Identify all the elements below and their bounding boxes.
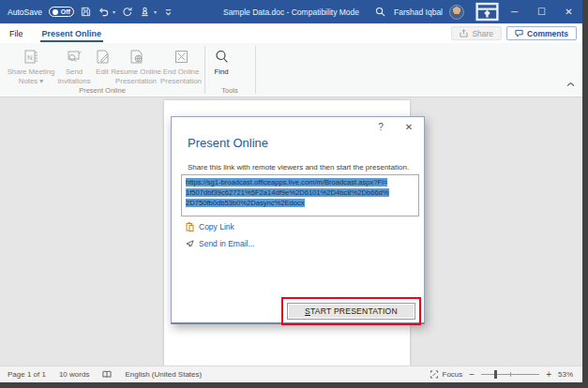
dialog-close-button[interactable]: ✕ — [401, 120, 416, 133]
resume-online-presentation-button[interactable]: Resume Online Presentation — [111, 46, 161, 86]
stamp-dropdown-caret[interactable]: ▾ — [154, 8, 157, 15]
minimize-button[interactable]: ─ — [501, 0, 528, 23]
ribbon-display-options-icon[interactable] — [474, 0, 501, 23]
focus-label: Focus — [443, 370, 463, 379]
copy-link-button[interactable]: Copy Link — [186, 222, 234, 231]
resume-presentation-icon — [128, 46, 144, 65]
present-online-dialog: ? ✕ Present Online Share this link with … — [171, 116, 425, 324]
clipboard-icon — [186, 222, 194, 231]
close-button[interactable]: ✕ — [555, 0, 582, 23]
send-in-email-button[interactable]: Send in Email... — [186, 239, 255, 248]
ribbon: N Share Meeting Notes ▾ Send Invitations… — [0, 43, 582, 97]
broadcast-link-textbox[interactable]: https://sg1-broadcast.officeapps.live.co… — [181, 174, 419, 216]
find-icon — [214, 46, 230, 65]
ribbon-tab-row: File Present Online Share Comments — [0, 23, 582, 43]
zoom-level[interactable]: 53% — [558, 370, 573, 379]
dialog-help-button[interactable]: ? — [373, 120, 388, 133]
dialog-title: Present Online — [188, 136, 268, 150]
title-bar: AutoSave Off ▾ ▾ Sample Data.doc - Compa… — [0, 0, 582, 23]
focus-mode-button[interactable]: Focus — [430, 370, 463, 379]
proofing-icon[interactable] — [102, 370, 112, 379]
autosave-state: Off — [61, 8, 70, 15]
send-email-label: Send in Email... — [199, 239, 255, 248]
edit-label: Edit — [96, 67, 108, 77]
language-indicator[interactable]: English (United States) — [125, 370, 202, 379]
comments-button[interactable]: Comments — [506, 26, 577, 40]
dialog-instruction: Share this link with remote viewers and … — [188, 163, 409, 172]
resume-presentation-label: Resume Online Presentation — [111, 67, 161, 86]
autosave-toggle[interactable]: Off — [49, 7, 74, 17]
qat-customize-icon[interactable] — [163, 7, 174, 18]
zoom-slider-thumb[interactable] — [494, 370, 497, 379]
svg-text:N: N — [27, 53, 33, 62]
tab-file[interactable]: File — [0, 23, 33, 43]
link-line-3: 2D750fb0db53b0%2Dasync%2Edocx — [186, 199, 305, 207]
document-area: ? ✕ Present Online Share this link with … — [0, 97, 582, 366]
user-avatar[interactable] — [449, 5, 464, 20]
send-invitations-icon — [67, 46, 83, 65]
group-label-tools: Tools — [204, 86, 255, 95]
autosave-label: AutoSave — [8, 7, 42, 17]
user-name[interactable]: Farshad Iqbal — [394, 7, 443, 17]
undo-icon[interactable] — [98, 7, 110, 18]
undo-dropdown-caret[interactable]: ▾ — [113, 8, 115, 15]
save-icon[interactable] — [81, 7, 92, 18]
share-button-label: Share — [472, 29, 493, 38]
search-icon[interactable] — [367, 0, 394, 23]
maximize-button[interactable]: ☐ — [528, 0, 555, 23]
end-presentation-icon — [173, 46, 189, 65]
group-label-present-online: Present Online — [0, 86, 204, 95]
onenote-icon: N — [23, 46, 39, 65]
link-line-2: 1f507dbf39c62721%5F2a14df9e%2D6101%2D4bc… — [186, 188, 389, 197]
dropdown-caret-icon: ▾ — [39, 77, 43, 85]
word-window: AutoSave Off ▾ ▾ Sample Data.doc - Compa… — [0, 0, 582, 382]
zoom-slider[interactable] — [481, 374, 539, 375]
share-meeting-notes-label: Share Meeting Notes — [8, 67, 55, 85]
find-label: Find — [214, 67, 228, 77]
group-separator — [255, 46, 256, 94]
quick-access-toolbar: AutoSave Off ▾ ▾ — [0, 7, 174, 18]
focus-icon — [430, 370, 439, 379]
start-presentation-button[interactable]: START PRESENTATION — [287, 303, 415, 320]
zoom-in-button[interactable]: + — [546, 369, 551, 380]
share-button[interactable]: Share — [451, 26, 502, 40]
comments-icon — [515, 29, 523, 37]
status-bar: Page 1 of 1 10 words English (United Sta… — [0, 366, 582, 382]
toggle-knob-icon — [53, 9, 58, 15]
word-count[interactable]: 10 words — [59, 370, 89, 379]
redo-icon[interactable] — [122, 7, 133, 18]
titlebar-right: Farshad Iqbal ─ ☐ ✕ — [367, 0, 582, 23]
collapse-ribbon-icon[interactable] — [566, 74, 575, 91]
send-email-icon — [186, 239, 194, 248]
copy-link-label: Copy Link — [199, 222, 234, 231]
stamp-icon[interactable] — [140, 7, 151, 18]
start-button-label: TART PRESENTATION — [310, 306, 398, 316]
find-button[interactable]: Find — [196, 46, 247, 77]
zoom-out-button[interactable]: − — [469, 369, 475, 380]
page-indicator[interactable]: Page 1 of 1 — [8, 370, 46, 379]
document-title: Sample Data.doc - Compatibility Mode — [223, 7, 359, 17]
share-icon — [460, 29, 468, 37]
link-line-1: https://sg1-broadcast.officeapps.live.co… — [186, 178, 387, 187]
tab-present-online[interactable]: Present Online — [33, 23, 112, 43]
edit-icon — [95, 46, 111, 65]
zoom-slider-midpoint — [510, 372, 511, 377]
comments-button-label: Comments — [527, 29, 568, 38]
